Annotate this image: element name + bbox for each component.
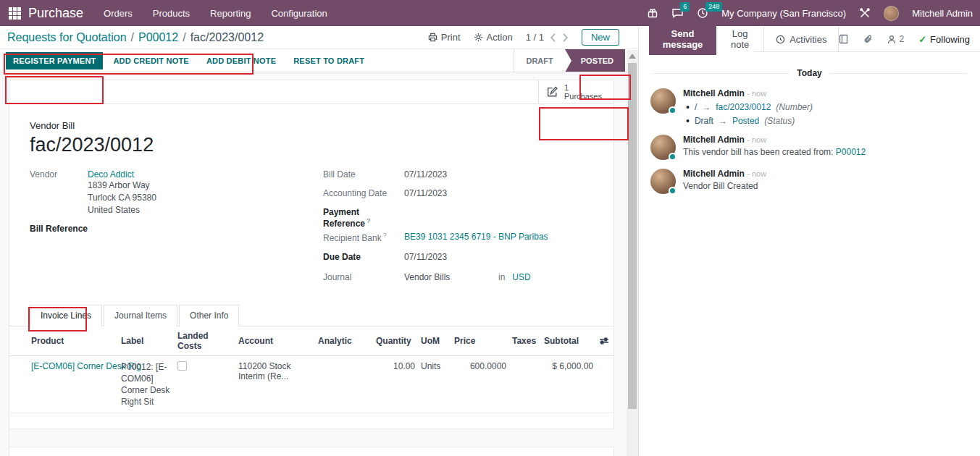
message-list: Mitchell Admin - now • / → fac/2023/0012… [639, 83, 980, 208]
state-posted[interactable]: POSTED [565, 49, 625, 72]
accounting-date-value[interactable]: 07/11/2023 [404, 187, 447, 198]
statusbar: REGISTER PAYMENT ADD CREDIT NOTE ADD DEB… [0, 48, 638, 72]
tracking-new-value: Posted [732, 116, 759, 126]
book-icon[interactable] [839, 34, 849, 44]
online-status-dot [669, 153, 677, 161]
gear-icon [474, 33, 483, 42]
pager-previous-button[interactable] [550, 33, 556, 42]
scrollbar-up-arrow[interactable] [629, 54, 636, 59]
followers-count: 2 [899, 34, 904, 44]
message: Mitchell Admin - now This vendor bill ha… [650, 135, 968, 160]
new-button[interactable]: New [582, 29, 619, 46]
breadcrumb-separator: / [131, 31, 134, 44]
send-message-button[interactable]: Send message [649, 23, 716, 55]
avatar [650, 135, 676, 160]
vendor-link[interactable]: Deco Addict [88, 168, 156, 180]
col-analytic[interactable]: Analytic [315, 326, 373, 356]
bill-date-value[interactable]: 07/11/2023 [404, 168, 447, 180]
due-date-value[interactable]: 07/11/2023 [404, 250, 447, 262]
line-subtotal[interactable]: $ 6,000.00 [541, 356, 596, 413]
line-analytic[interactable] [315, 356, 373, 413]
purchases-smart-button[interactable]: 1 Purchases [538, 80, 613, 104]
action-button[interactable]: Action [474, 32, 513, 43]
breadcrumb-current: fac/2023/0012 [190, 31, 264, 44]
line-account[interactable]: 110200 Stock Interim (Re... [235, 356, 315, 413]
tracking-change: • Draft → Posted (Status) [683, 116, 968, 126]
message-author[interactable]: Mitchell Admin [683, 169, 745, 179]
vendor-address-line: United States [88, 204, 156, 216]
register-payment-button[interactable]: REGISTER PAYMENT [6, 52, 103, 69]
person-icon [887, 35, 896, 44]
source-document-link[interactable]: P00012 [836, 147, 866, 157]
menu-reporting[interactable]: Reporting [210, 8, 251, 19]
chatter-topbar: Send message Log note Activities [639, 26, 980, 52]
col-product[interactable]: Product [9, 326, 118, 356]
journal-value[interactable]: Vendor Bills [404, 272, 498, 282]
activities-button[interactable]: Activities [763, 26, 839, 52]
avatar [650, 88, 676, 114]
app-name[interactable]: Purchase [28, 6, 83, 21]
line-label[interactable]: P00012: [E-COM06] Corner Desk Right Sit [118, 356, 175, 413]
due-date-label: Due Date [323, 250, 404, 262]
menu-products[interactable]: Products [153, 8, 190, 19]
user-name[interactable]: Mitchell Admin [912, 8, 973, 19]
scrollbar-thumb[interactable] [628, 63, 637, 409]
tab-other-info[interactable]: Other Info [179, 305, 239, 326]
menu-configuration[interactable]: Configuration [271, 8, 327, 19]
line-taxes[interactable] [509, 356, 541, 413]
add-debit-note-button[interactable]: ADD DEBIT NOTE [199, 52, 283, 69]
tools-icon[interactable] [859, 7, 871, 19]
activities-clock-icon[interactable]: 248 [697, 7, 708, 19]
company-switcher[interactable]: My Company (San Francisco) [721, 8, 846, 19]
col-uom[interactable]: UoM [418, 326, 451, 356]
menu-orders[interactable]: Orders [104, 8, 133, 19]
breadcrumb-rfq[interactable]: Requests for Quotation [7, 31, 127, 44]
followers-button[interactable]: 2 [887, 34, 904, 44]
breadcrumb-separator: / [183, 31, 185, 44]
scrollbar[interactable] [627, 50, 638, 456]
gift-icon[interactable] [647, 7, 658, 19]
landed-costs-checkbox[interactable] [177, 361, 187, 371]
paperclip-icon[interactable] [863, 34, 873, 44]
recipient-bank-value[interactable]: BE39 1031 2345 6719 - BNP Paribas [404, 230, 548, 242]
invoice-line-row[interactable]: [E-COM06] Corner Desk Rig P00012: [E-COM… [9, 356, 615, 413]
col-price[interactable]: Price [451, 326, 509, 356]
tab-journal-items[interactable]: Journal Items [104, 305, 177, 326]
col-landed-costs[interactable]: Landed Costs [175, 326, 235, 356]
col-quantity[interactable]: Quantity [373, 326, 418, 356]
log-note-button[interactable]: Log note [716, 23, 763, 55]
tab-invoice-lines[interactable]: Invoice Lines [30, 305, 102, 326]
col-label[interactable]: Label [118, 326, 175, 356]
message-author[interactable]: Mitchell Admin [683, 88, 745, 98]
following-button[interactable]: ✓ Following [918, 34, 970, 45]
top-navbar: Purchase Orders Products Reporting Confi… [0, 0, 980, 26]
user-avatar[interactable] [884, 6, 899, 21]
vendor-bill-sheet: 1 Purchases Vendor Bill fac/2023/0012 Ve… [9, 80, 614, 456]
notebook-tabs: Invoice Lines Journal Items Other Info [9, 304, 613, 326]
col-subtotal[interactable]: Subtotal [541, 326, 596, 356]
message-author[interactable]: Mitchell Admin [683, 135, 745, 145]
breadcrumb-p00012[interactable]: P00012 [138, 31, 178, 44]
document-title[interactable]: fac/2023/0012 [30, 134, 593, 156]
reset-to-draft-button[interactable]: RESET TO DRAFT [286, 52, 372, 69]
smart-button-count: 1 [564, 83, 602, 92]
empty-row [9, 429, 615, 447]
col-taxes[interactable]: Taxes [509, 326, 541, 356]
sliders-icon[interactable] [599, 337, 612, 345]
messages-icon[interactable]: 6 [671, 7, 684, 19]
apps-grid-icon[interactable] [9, 7, 21, 20]
journal-in-label: in [498, 272, 505, 282]
line-quantity[interactable]: 10.00 [373, 356, 418, 413]
col-account[interactable]: Account [235, 326, 315, 356]
tracking-change: • / → fac/2023/0012 (Number) [683, 102, 968, 112]
journal-currency[interactable]: USD [512, 272, 530, 282]
printer-icon [428, 33, 437, 42]
line-uom[interactable]: Units [418, 356, 451, 413]
recipient-bank-label: Recipient Bank? [323, 230, 404, 243]
state-draft[interactable]: DRAFT [514, 49, 564, 72]
print-button[interactable]: Print [428, 32, 461, 43]
pager-value: 1 / 1 [526, 32, 544, 43]
pager-next-button[interactable] [562, 33, 569, 42]
line-price[interactable]: 600.0000 [451, 356, 509, 413]
add-credit-note-button[interactable]: ADD CREDIT NOTE [106, 52, 196, 69]
